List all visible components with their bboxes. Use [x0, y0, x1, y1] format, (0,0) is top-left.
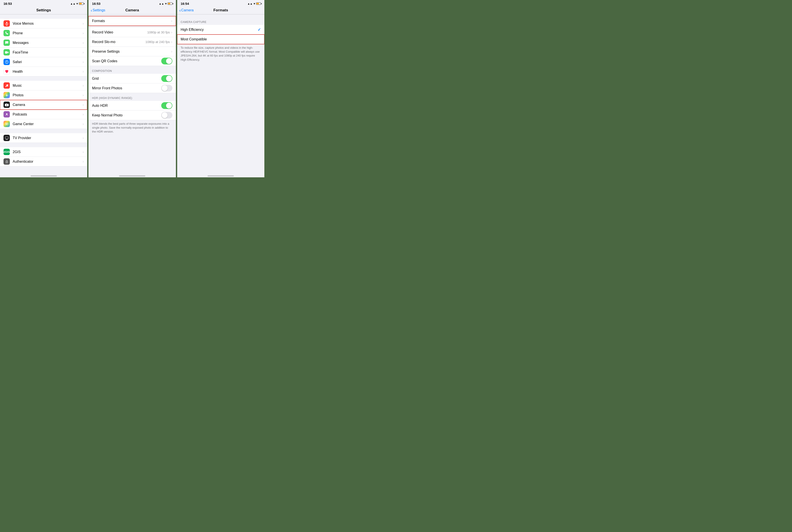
settings-row-record-slomo[interactable]: Record Slo-mo 1080p at 240 fps ›	[89, 37, 176, 47]
svg-rect-22	[5, 137, 8, 139]
formats-panel: 16:54 ▲▲ ▾ ‹ Camera Formats CAMERA CAPTU…	[177, 0, 264, 177]
camera-capture-header: CAMERA CAPTURE	[177, 17, 264, 25]
back-chevron-2: ‹	[91, 8, 92, 13]
hdr-footer: HDR blends the best parts of three separ…	[89, 120, 176, 137]
settings-row-camera[interactable]: Camera ›	[0, 100, 87, 110]
settings-title: Settings	[36, 8, 51, 12]
music-icon	[3, 82, 10, 89]
settings-row-tv-provider[interactable]: TV Provider ›	[0, 133, 87, 143]
settings-row-safari[interactable]: Safari ›	[0, 57, 87, 67]
phone-icon	[3, 30, 10, 36]
record-video-chevron: ›	[171, 30, 172, 34]
2gis-label: 2GIS	[13, 150, 82, 154]
health-label: Health	[13, 70, 82, 74]
settings-row-record-video[interactable]: Record Video 1080p at 30 fps ›	[89, 27, 176, 37]
game-center-chevron: ›	[82, 122, 84, 126]
safari-icon	[3, 59, 10, 65]
facetime-chevron: ›	[82, 51, 84, 54]
camera-chevron: ›	[82, 103, 84, 107]
voice-memos-icon	[3, 20, 10, 27]
auto-hdr-toggle[interactable]	[161, 102, 172, 109]
svg-rect-18	[6, 103, 7, 104]
settings-row-podcasts[interactable]: Podcasts ›	[0, 110, 87, 119]
battery-icon-3	[256, 2, 261, 5]
settings-row-2gis[interactable]: 2GIS 2GIS ›	[0, 147, 87, 157]
svg-point-27	[6, 162, 7, 162]
formats-header: ‹ Camera Formats	[177, 6, 264, 14]
home-indicator-1	[0, 173, 87, 177]
safari-chevron: ›	[82, 60, 84, 64]
svg-point-9	[7, 86, 8, 87]
grid-toggle[interactable]	[161, 75, 172, 82]
status-bar-2: 16:53 ▲▲ ▾	[89, 0, 176, 6]
podcasts-chevron: ›	[82, 112, 84, 116]
phone-label: Phone	[13, 31, 82, 35]
tv-provider-icon	[3, 135, 10, 141]
settings-list: Voice Memos › Phone › Messages › FaceTim…	[0, 14, 87, 173]
settings-row-keep-normal[interactable]: Keep Normal Photo	[89, 111, 176, 120]
settings-panel: 16:53 ▲▲ ▾ Settings Voice Memos › Phone	[0, 0, 87, 177]
settings-row-authenticator[interactable]: Authenticator ›	[0, 157, 87, 166]
settings-row-formats[interactable]: Formats ›	[89, 16, 176, 26]
messages-label: Messages	[13, 41, 82, 45]
record-slomo-value: 1080p at 240 fps	[146, 40, 170, 44]
authenticator-chevron: ›	[82, 160, 84, 164]
time-3: 16:54	[181, 2, 189, 5]
formats-option-most-compatible[interactable]: Most Compatible	[177, 35, 264, 44]
keep-normal-label: Keep Normal Photo	[92, 113, 161, 117]
settings-row-voice-memos[interactable]: Voice Memos ›	[0, 19, 87, 28]
svg-rect-3	[5, 51, 7, 54]
back-to-camera[interactable]: ‹ Camera	[180, 8, 194, 13]
signal-icon: ▲▲	[70, 2, 76, 5]
settings-row-music[interactable]: Music ›	[0, 81, 87, 90]
status-bar-1: 16:53 ▲▲ ▾	[0, 0, 87, 6]
record-video-label: Record Video	[92, 30, 147, 34]
settings-row-preserve[interactable]: Preserve Settings ›	[89, 47, 176, 56]
podcasts-label: Podcasts	[13, 112, 82, 116]
formats-option-high-efficiency[interactable]: High Efficiency ✓	[177, 25, 264, 35]
settings-row-mirror-front[interactable]: Mirror Front Photos	[89, 83, 176, 93]
settings-row-game-center[interactable]: Game Center ›	[0, 119, 87, 129]
authenticator-label: Authenticator	[13, 160, 82, 164]
battery-icon	[79, 2, 84, 5]
time-1: 16:53	[3, 2, 12, 5]
settings-row-phone[interactable]: Phone ›	[0, 28, 87, 38]
health-chevron: ›	[82, 70, 84, 74]
messages-chevron: ›	[82, 41, 84, 45]
camera-title: Camera	[126, 8, 139, 12]
wifi-icon-2: ▾	[165, 2, 167, 5]
authenticator-icon	[3, 158, 10, 165]
back-label-2: Settings	[93, 8, 105, 12]
status-icons-3: ▲▲ ▾	[247, 2, 261, 5]
settings-row-scan-qr[interactable]: Scan QR Codes	[89, 56, 176, 66]
svg-point-10	[6, 95, 7, 96]
battery-icon-2	[168, 2, 172, 5]
formats-chevron: ›	[171, 19, 172, 23]
back-to-settings[interactable]: ‹ Settings	[91, 8, 105, 13]
settings-row-facetime[interactable]: FaceTime ›	[0, 48, 87, 57]
preserve-chevron: ›	[171, 50, 172, 54]
camera-settings-list: Formats › Record Video 1080p at 30 fps ›…	[89, 14, 176, 173]
photos-chevron: ›	[82, 93, 84, 97]
settings-row-photos[interactable]: Photos ›	[0, 90, 87, 100]
settings-row-health[interactable]: Health ›	[0, 67, 87, 76]
composition-header: COMPOSITION	[89, 66, 176, 74]
settings-row-messages[interactable]: Messages ›	[0, 38, 87, 48]
formats-settings-list: CAMERA CAPTURE High Efficiency ✓ Most Co…	[177, 14, 264, 173]
settings-row-grid[interactable]: Grid	[89, 74, 176, 83]
scan-qr-toggle[interactable]	[161, 58, 172, 64]
facetime-icon	[3, 49, 10, 55]
voice-memos-label: Voice Memos	[13, 22, 82, 25]
settings-row-auto-hdr[interactable]: Auto HDR	[89, 101, 176, 111]
status-icons-2: ▲▲ ▾	[159, 2, 172, 5]
svg-point-17	[6, 104, 7, 106]
keep-normal-toggle[interactable]	[161, 112, 172, 119]
wifi-icon: ▾	[76, 2, 78, 5]
phone-chevron: ›	[82, 31, 84, 35]
high-efficiency-label: High Efficiency	[181, 28, 258, 32]
high-efficiency-checkmark: ✓	[258, 27, 261, 32]
svg-marker-7	[6, 62, 7, 63]
health-icon	[3, 68, 10, 75]
record-slomo-label: Record Slo-mo	[92, 40, 145, 44]
mirror-front-toggle[interactable]	[161, 85, 172, 92]
